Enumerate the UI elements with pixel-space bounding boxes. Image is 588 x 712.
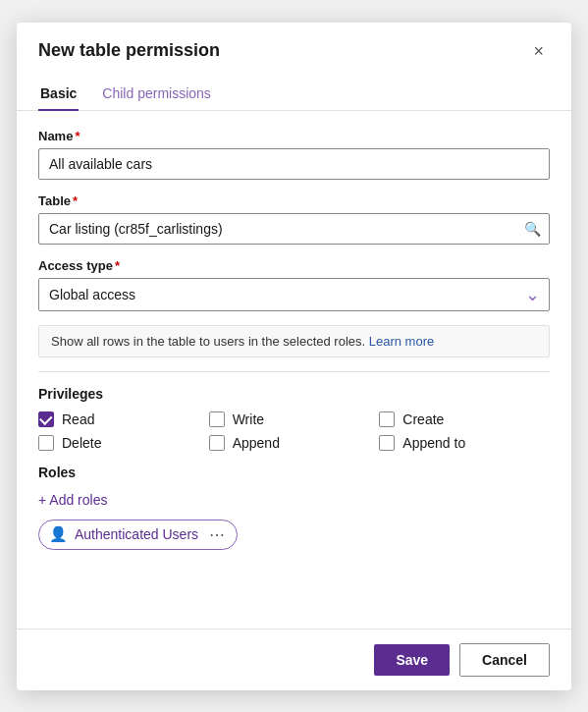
cancel-button[interactable]: Cancel xyxy=(459,643,550,677)
name-label: Name* xyxy=(38,129,550,143)
roles-label: Roles xyxy=(38,465,550,480)
privilege-delete[interactable]: Delete xyxy=(38,435,209,451)
role-tags-list: 👤 Authenticated Users ⋯ xyxy=(38,520,550,550)
add-roles-button[interactable]: + Add roles xyxy=(38,490,107,510)
privilege-write[interactable]: Write xyxy=(209,411,380,427)
name-group: Name* xyxy=(38,129,550,180)
tab-child-permissions[interactable]: Child permissions xyxy=(100,78,212,111)
checkbox-create[interactable] xyxy=(379,411,395,427)
table-group: Table* 🔍 xyxy=(38,193,550,245)
table-label: Table* xyxy=(38,193,550,208)
more-options-icon[interactable]: ⋯ xyxy=(209,525,225,544)
access-type-wrapper: Global access ⌄ xyxy=(38,278,550,311)
tab-basic[interactable]: Basic xyxy=(38,78,79,111)
table-input[interactable] xyxy=(38,213,550,245)
privileges-grid: Read Write Create Delete Append xyxy=(38,411,550,451)
privilege-append[interactable]: Append xyxy=(209,435,380,451)
checkbox-append[interactable] xyxy=(209,435,225,451)
modal-header: New table permission × xyxy=(17,23,571,62)
info-box: Show all rows in the table to users in t… xyxy=(38,325,550,357)
access-type-label: Access type* xyxy=(38,258,550,273)
privileges-label: Privileges xyxy=(38,386,550,402)
divider xyxy=(38,371,550,372)
privilege-append-to[interactable]: Append to xyxy=(379,435,550,451)
privilege-create[interactable]: Create xyxy=(379,411,550,427)
tabs: Basic Child permissions xyxy=(17,68,571,111)
modal-footer: Save Cancel xyxy=(17,629,571,690)
modal-title: New table permission xyxy=(38,40,220,61)
role-tag-authenticated-users[interactable]: 👤 Authenticated Users ⋯ xyxy=(38,520,238,550)
privilege-read[interactable]: Read xyxy=(38,411,209,427)
close-button[interactable]: × xyxy=(527,40,550,62)
modal: New table permission × Basic Child permi… xyxy=(17,23,571,690)
save-button[interactable]: Save xyxy=(374,644,450,676)
checkbox-write[interactable] xyxy=(209,411,225,427)
modal-body: Name* Table* 🔍 Access type* Global acces… xyxy=(17,111,571,629)
table-input-wrapper: 🔍 xyxy=(38,213,550,245)
user-icon: 👤 xyxy=(49,525,68,543)
learn-more-link[interactable]: Learn more xyxy=(369,334,434,349)
checkbox-delete[interactable] xyxy=(38,435,54,451)
name-input[interactable] xyxy=(38,148,550,180)
access-type-select[interactable]: Global access xyxy=(38,278,550,311)
roles-section: Roles + Add roles 👤 Authenticated Users … xyxy=(38,465,550,550)
checkbox-append-to[interactable] xyxy=(379,435,395,451)
checkbox-read[interactable] xyxy=(38,411,54,427)
access-type-group: Access type* Global access ⌄ xyxy=(38,258,550,311)
